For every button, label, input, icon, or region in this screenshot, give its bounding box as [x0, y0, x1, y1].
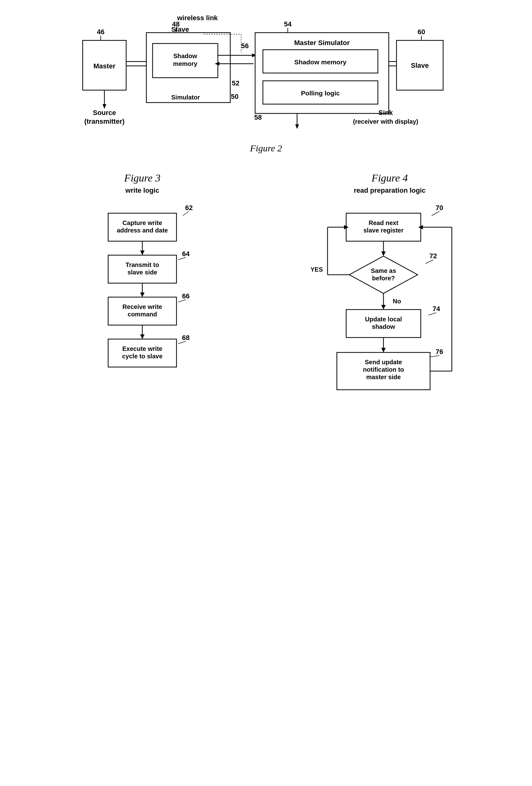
yes-label: YES: [310, 266, 323, 273]
svg-marker-23: [295, 124, 299, 129]
diamond-line1: Same as: [371, 267, 396, 274]
step68-line1: Execute write: [122, 345, 163, 352]
svg-line-44: [425, 260, 433, 263]
svg-marker-29: [140, 251, 144, 255]
num-64: 64: [182, 250, 190, 258]
num-74: 74: [433, 305, 440, 313]
polling-logic-label: Polling logic: [301, 90, 340, 97]
sink-label-line2: (receiver with display): [353, 118, 418, 125]
fig3-flowchart: 62 Capture write address and date 64 Tra…: [83, 204, 201, 421]
step62-line1: Capture write: [122, 219, 162, 226]
num-70: 70: [436, 204, 443, 212]
fig4-subtitle: read preparation logic: [354, 186, 425, 194]
svg-line-52: [429, 313, 436, 315]
fig4-title: Figure 4: [372, 172, 408, 184]
step74-line2: shadow: [372, 323, 395, 330]
num-66: 66: [182, 292, 189, 300]
svg-marker-43: [381, 251, 386, 256]
svg-marker-51: [381, 305, 386, 309]
step64-line1: Transmit to: [125, 261, 159, 268]
sink-label-line1: Sink: [378, 109, 393, 117]
num-72: 72: [430, 252, 437, 260]
num-54: 54: [284, 20, 292, 28]
source-label-line2: (transmitter): [84, 117, 124, 125]
step66-line1: Receive write: [122, 303, 162, 310]
svg-line-40: [432, 211, 439, 216]
svg-line-38: [178, 341, 186, 344]
num-68: 68: [182, 334, 189, 342]
fig4-flowchart: 70 Read next slave register 72 Same as b…: [303, 204, 477, 484]
wireless-link-label: wireless link: [177, 14, 218, 22]
fig34-row: Figure 3 write logic 62 Capture write ad…: [25, 172, 507, 484]
step64-line2: slave side: [128, 269, 157, 276]
step68-line2: cycle to slave: [122, 353, 163, 360]
svg-marker-33: [140, 293, 144, 297]
shadow-memory-label: Shadow: [174, 52, 197, 60]
page: wireless link 46 48 Master Slave Shadow …: [0, 0, 532, 786]
fig4-column: Figure 4 read preparation logic 70 Read …: [272, 172, 507, 484]
shadow-memory2-label: Shadow memory: [294, 59, 346, 66]
num-60: 60: [418, 28, 425, 36]
fig3-subtitle: write logic: [125, 186, 159, 194]
step74-line1: Update local: [365, 316, 402, 323]
svg-marker-37: [140, 334, 144, 339]
num-50: 50: [231, 93, 238, 100]
master-simulator-label: Master Simulator: [294, 39, 350, 47]
master-label: Master: [94, 62, 116, 70]
fig3-title: Figure 3: [124, 172, 161, 184]
simulator-label: Simulator: [171, 94, 200, 101]
svg-text:memory: memory: [173, 60, 198, 67]
num-46: 46: [97, 28, 105, 36]
slave-right-label: Slave: [411, 62, 429, 69]
step70-line1: Read next: [369, 219, 398, 226]
slave-label-fig2: Slave: [171, 25, 189, 33]
source-label-line1: Source: [93, 109, 116, 117]
svg-line-30: [178, 257, 186, 260]
no-label: No: [393, 298, 401, 305]
figure2-container: wireless link 46 48 Master Slave Shadow …: [25, 13, 507, 154]
step70-line2: slave register: [364, 227, 404, 234]
step76-line2: notification to: [363, 366, 404, 373]
svg-marker-55: [381, 348, 386, 352]
step66-line2: command: [128, 311, 157, 318]
fig2-diagram: 46 48 Master Slave Shadow memory Simulat…: [79, 19, 453, 137]
fig2-caption: Figure 2: [25, 143, 507, 154]
svg-line-26: [183, 211, 189, 216]
svg-marker-25: [102, 104, 106, 109]
num-52: 52: [232, 79, 239, 87]
step62-line2: address and date: [117, 227, 168, 234]
diamond-line2: before?: [372, 275, 395, 282]
num-76: 76: [436, 348, 443, 355]
num-62: 62: [185, 204, 193, 212]
num-56: 56: [241, 42, 249, 50]
step76-line3: master side: [366, 374, 400, 380]
fig3-column: Figure 3 write logic 62 Capture write ad…: [25, 172, 260, 484]
svg-line-34: [178, 300, 186, 302]
num-58: 58: [254, 113, 262, 121]
step76-line1: Send update: [365, 359, 402, 366]
